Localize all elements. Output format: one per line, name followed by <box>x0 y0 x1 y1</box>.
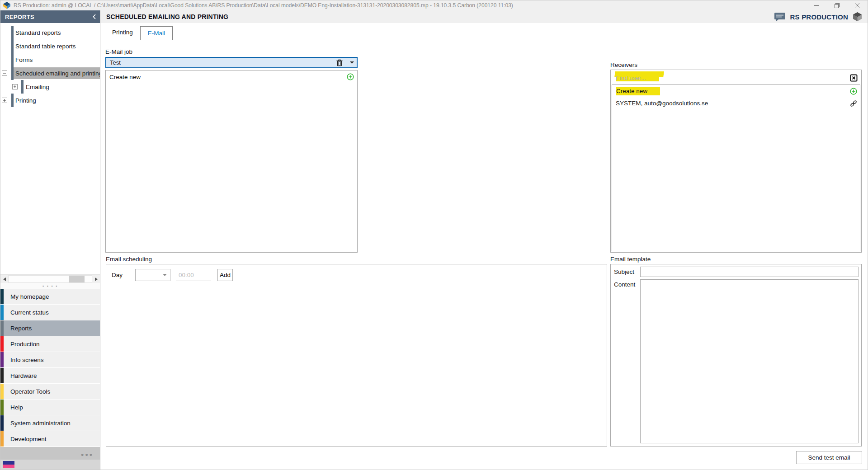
nav-item-info-screens[interactable]: Info screens <box>0 352 100 367</box>
brand-name: RS PRODUCTION <box>790 13 848 21</box>
email-template-label: Email template <box>610 256 651 263</box>
tab-bar: Printing E-Mail <box>100 23 868 40</box>
receiver-item-create-new[interactable]: Create new <box>612 85 860 97</box>
nav-color-bar <box>0 431 4 446</box>
tree-item-printing[interactable]: Printing <box>0 94 100 107</box>
combo-dropdown-icon[interactable] <box>350 61 354 64</box>
send-test-email-button[interactable]: Send test email <box>796 451 862 464</box>
tree-accent-bar <box>21 80 24 94</box>
scrollbar-thumb[interactable] <box>69 276 85 282</box>
job-list-item-create-new[interactable]: Create new <box>106 70 357 83</box>
tree-item-standard-table-reports[interactable]: Standard table reports <box>0 39 100 53</box>
minimize-button[interactable] <box>807 0 827 10</box>
titlebar: RS Production: admin @ LOCAL / C:\Users\… <box>0 0 868 10</box>
receiver-item-system[interactable]: SYSTEM, auto@goodsolutions.se <box>612 97 860 109</box>
app-logo-icon <box>3 2 10 9</box>
clear-search-icon[interactable] <box>850 74 858 82</box>
nav-item-development[interactable]: Development <box>0 431 100 446</box>
highlighted-label: Create new <box>616 87 660 95</box>
nav-item-production[interactable]: Production <box>0 336 100 352</box>
nav-item-my-homepage[interactable]: My homepage <box>0 289 100 304</box>
close-button[interactable] <box>847 0 868 10</box>
subject-input[interactable] <box>640 267 859 277</box>
expand-plus-icon[interactable] <box>12 84 18 89</box>
day-dropdown-icon <box>163 274 167 276</box>
find-user-input[interactable]: Find user... <box>615 73 850 82</box>
nav-item-operator-tools[interactable]: Operator Tools <box>0 384 100 399</box>
add-job-icon[interactable] <box>347 73 354 80</box>
day-select[interactable] <box>135 269 170 281</box>
nav-color-bar <box>0 289 4 304</box>
scroll-right-icon[interactable] <box>92 275 100 283</box>
delete-job-icon[interactable] <box>336 59 343 66</box>
email-job-list: Create new <box>105 70 358 253</box>
hexagon-logo-icon <box>853 12 862 22</box>
email-job-combobox[interactable]: Test <box>105 57 358 68</box>
page-header: SCHEDULED EMAILING AND PRINTING RS PRODU… <box>100 10 868 23</box>
time-input[interactable] <box>176 269 211 281</box>
email-scheduling-panel: Day Add <box>106 264 607 446</box>
sidebar-header: REPORTS <box>0 10 100 23</box>
nav-item-system-administration[interactable]: System administration <box>0 415 100 431</box>
receivers-label: Receivers <box>610 61 637 68</box>
scrollbar-track[interactable] <box>8 275 92 283</box>
nav-footer: ••• <box>0 447 100 460</box>
email-template-panel: Subject Content <box>610 264 862 446</box>
nav-overflow-icon[interactable]: ••• <box>81 453 94 457</box>
nav-color-bar <box>0 320 4 336</box>
day-label: Day <box>112 272 123 278</box>
main-content: SCHEDULED EMAILING AND PRINTING RS PRODU… <box>100 10 868 470</box>
tree-item-emailing[interactable]: Emailing <box>0 80 100 94</box>
tree-horizontal-scrollbar[interactable] <box>0 275 100 283</box>
restore-button[interactable] <box>827 0 847 10</box>
flag-icon <box>3 461 14 468</box>
nav-color-bar <box>0 368 4 383</box>
tree-item-scheduled-emailing-and-printing[interactable]: Scheduled emailing and printing <box>0 66 100 80</box>
module-nav: My homepage Current status Reports Produ… <box>0 289 100 447</box>
tree-item-standard-reports[interactable]: Standard reports <box>0 26 100 39</box>
receivers-panel: Find user... Create new <box>610 70 862 253</box>
nav-item-current-status[interactable]: Current status <box>0 305 100 320</box>
email-scheduling-label: Email scheduling <box>106 256 152 263</box>
app-window: RS Production: admin @ LOCAL / C:\Users\… <box>0 0 868 470</box>
receivers-list: Create new SYSTEM, auto@goodsolutions.se <box>612 85 860 251</box>
sidebar-splitter[interactable]: ▪ ▪ ▪ ▪ <box>0 283 100 289</box>
subject-label: Subject <box>614 267 640 275</box>
tree-accent-bar <box>11 66 14 80</box>
sidebar-title: REPORTS <box>5 14 93 20</box>
page-title: SCHEDULED EMAILING AND PRINTING <box>106 13 774 20</box>
reports-tree: Standard reports Standard table reports … <box>0 23 100 275</box>
nav-item-reports[interactable]: Reports <box>0 320 100 336</box>
splitter-grip-icon: ▪ ▪ ▪ ▪ <box>42 285 58 287</box>
find-user-row: Find user... <box>612 71 860 85</box>
link-icon[interactable] <box>850 100 857 107</box>
nav-color-bar <box>0 384 4 399</box>
tree-accent-bar <box>11 53 14 66</box>
scroll-left-icon[interactable] <box>0 275 8 283</box>
tree-accent-bar <box>11 26 14 39</box>
tree-accent-bar <box>11 39 14 53</box>
nav-item-hardware[interactable]: Hardware <box>0 368 100 383</box>
nav-color-bar <box>0 305 4 320</box>
nav-color-bar <box>0 415 4 431</box>
collapse-minus-icon[interactable] <box>2 70 7 76</box>
nav-color-bar <box>0 336 4 352</box>
email-job-selected-value: Test <box>110 59 336 66</box>
nav-color-bar <box>0 352 4 367</box>
brand-area: RS PRODUCTION <box>774 12 862 22</box>
chat-bubble-icon <box>774 12 786 22</box>
tab-email[interactable]: E-Mail <box>140 26 173 40</box>
tab-printing[interactable]: Printing <box>105 26 140 40</box>
reports-sidebar: REPORTS Standard reports Standard table … <box>0 10 100 470</box>
email-job-label: E-Mail job <box>105 48 132 55</box>
content-label: Content <box>614 277 640 288</box>
sidebar-bottom-strip <box>0 460 100 470</box>
content-textarea[interactable] <box>640 279 859 443</box>
nav-item-help[interactable]: Help <box>0 400 100 415</box>
add-receiver-icon[interactable] <box>850 88 857 95</box>
tree-item-forms[interactable]: Forms <box>0 53 100 66</box>
collapse-sidebar-icon[interactable] <box>93 14 96 19</box>
add-schedule-button[interactable]: Add <box>217 269 233 281</box>
expand-plus-icon[interactable] <box>2 98 7 103</box>
tree-accent-bar <box>11 94 14 107</box>
